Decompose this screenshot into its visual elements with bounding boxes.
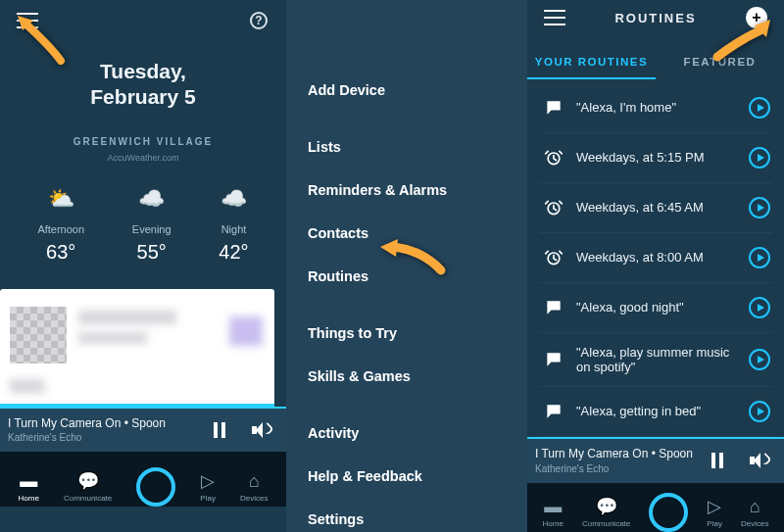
nav-label: Home [543,519,564,528]
weather-part-temp: 42° [219,241,248,264]
nav-alexa[interactable] [649,489,688,528]
nav-play[interactable]: ▷ Play [707,496,722,528]
nav-label: Play [200,494,216,503]
nav-devices[interactable]: ⌂ Devices [741,497,768,528]
alexa-orb-icon [136,467,175,507]
play-routine-button[interactable] [749,401,770,422]
pause-button[interactable] [206,416,233,444]
content-card[interactable] [0,289,274,407]
routine-item[interactable]: "Alexa, I'm home" [539,83,772,133]
speech-bubble-icon [541,347,566,372]
home-screen: ? Tuesday, February 5 GREENWICH VILLAGE … [0,0,286,532]
menu-button[interactable] [14,7,41,34]
menu-item-contacts[interactable]: Contacts [308,212,527,255]
menu-item-skills-games[interactable]: Skills & Games [308,355,527,398]
menu-item-lists[interactable]: Lists [308,125,527,169]
night-cloudy-icon: ☁️ [219,186,248,212]
nav-label: Home [19,494,39,503]
nav-play[interactable]: ▷ Play [200,470,216,503]
weather-night[interactable]: ☁️ Night 42° [219,186,248,264]
now-playing-bar[interactable]: I Turn My Camera On • Spoon Katherine's … [527,437,784,483]
alarm-clock-icon [541,245,566,270]
routine-label: Weekdays, at 6:45 AM [576,200,739,215]
routine-label: "Alexa, getting in bed" [576,404,739,418]
menu-item-help-feedback[interactable]: Help & Feedback [308,455,527,498]
play-routine-button[interactable] [749,297,770,318]
card-thumbnail [10,307,67,363]
tab-featured[interactable]: FEATURED [656,50,784,79]
nav-label: Play [707,519,722,528]
alarm-clock-icon [541,195,566,220]
routine-label: Weekdays, at 8:00 AM [576,250,739,265]
weather-provider[interactable]: AccuWeather.com [0,153,286,163]
nav-label: Devices [240,494,268,503]
weather-part-label: Night [219,223,248,235]
add-routine-button[interactable]: + [743,4,770,31]
cloudy-icon: ☁️ [132,186,172,212]
play-routine-button[interactable] [749,247,770,268]
nav-communicate[interactable]: 💬 Communicate [582,496,630,528]
routine-item[interactable]: Weekdays, at 8:00 AM [539,233,772,283]
weather-part-label: Afternoon [37,223,84,235]
home-icon: ▬ [20,471,37,492]
routines-screen: ? ROUTINES + YOUR ROUTINES FEATURED "Ale… [527,0,784,532]
menu-item-settings[interactable]: Settings [308,498,527,532]
now-playing-bar[interactable]: I Turn My Camera On • Spoon Katherine's … [0,407,286,453]
speaker-button[interactable] [247,416,274,444]
date-header: Tuesday, February 5 GREENWICH VILLAGE Ac… [0,59,286,163]
menu-item-activity[interactable]: Activity [308,411,527,455]
routine-item[interactable]: Weekdays, at 5:15 PM [539,133,772,183]
devices-icon: ⌂ [750,497,760,517]
routines-list[interactable]: "Alexa, I'm home"Weekdays, at 5:15 PMWee… [527,79,784,437]
date-line1: Tuesday, [0,59,286,84]
nav-home[interactable]: ▬ Home [19,471,39,503]
weather-part-temp: 55° [132,241,172,264]
menu-item-add-device[interactable]: Add Device [308,69,527,112]
routine-item[interactable]: "Alexa, play summer music on spotify" [539,333,772,387]
home-topbar: ? [0,0,286,41]
routine-label: "Alexa, good night" [576,300,739,314]
weather-evening[interactable]: ☁️ Evening 55° [132,186,172,264]
routine-item[interactable]: "Alexa, getting in bed" [539,387,772,437]
page-title: ROUTINES [614,11,696,25]
routine-label: "Alexa, I'm home" [576,100,739,115]
date-line2: February 5 [0,84,286,110]
bottom-nav: ▬ Home 💬 Communicate ▷ Play ⌂ Devices [0,452,286,507]
nav-communicate[interactable]: 💬 Communicate [64,470,112,503]
alexa-orb-icon [649,493,688,532]
pause-button[interactable] [704,447,731,474]
menu-item-routines[interactable]: Routines [308,255,527,298]
menu-button[interactable] [541,4,568,31]
devices-icon: ⌂ [249,471,260,492]
play-routine-button[interactable] [749,349,770,370]
weather-row: ⛅ Afternoon 63° ☁️ Evening 55° ☁️ Night … [0,186,286,264]
now-playing-subtitle: Katherine's Echo [8,431,166,444]
routine-item[interactable]: "Alexa, good night" [539,283,772,333]
side-menu-panel: Add DeviceListsReminders & AlarmsContact… [286,0,527,532]
alarm-clock-icon [541,145,566,170]
play-icon: ▷ [708,496,721,517]
weather-afternoon[interactable]: ⛅ Afternoon 63° [37,186,84,264]
routines-tabs: YOUR ROUTINES FEATURED [527,36,784,79]
speaker-button[interactable] [745,447,772,474]
nav-alexa[interactable] [136,463,175,503]
now-playing-title: I Turn My Camera On • Spoon [8,416,166,432]
nav-home[interactable]: ▬ Home [543,497,564,528]
menu-item-things-to-try[interactable]: Things to Try [308,312,527,355]
weather-part-temp: 63° [37,241,84,264]
help-icon[interactable]: ? [245,7,272,34]
tab-your-routines[interactable]: YOUR ROUTINES [527,50,656,79]
nav-label: Devices [741,519,768,528]
nav-devices[interactable]: ⌂ Devices [240,471,268,503]
bubble-icon: 💬 [596,496,617,517]
play-routine-button[interactable] [749,147,770,169]
location-label: GREENWICH VILLAGE [0,136,286,147]
weather-part-label: Evening [132,223,172,235]
play-routine-button[interactable] [749,197,770,218]
play-routine-button[interactable] [749,97,770,119]
routine-label: "Alexa, play summer music on spotify" [576,345,739,374]
nav-label: Communicate [582,519,630,528]
routine-item[interactable]: Weekdays, at 6:45 AM [539,183,772,233]
now-playing-subtitle: Katherine's Echo [535,462,693,475]
menu-item-reminders-alarms[interactable]: Reminders & Alarms [308,169,527,212]
